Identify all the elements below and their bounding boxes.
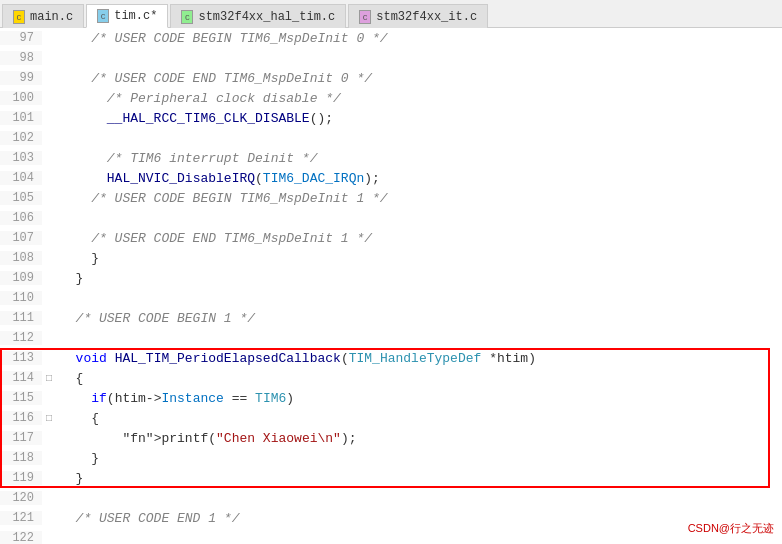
code-text: void HAL_TIM_PeriodElapsedCallback(TIM_H… <box>56 351 782 366</box>
line-number: 111 <box>0 311 42 325</box>
line-number: 120 <box>0 491 42 505</box>
line-number: 113 <box>0 351 42 365</box>
tab-bar: Cmain.cCtim.c*Cstm32f4xx_hal_tim.cCstm32… <box>0 0 782 28</box>
code-line: 104 HAL_NVIC_DisableIRQ(TIM6_DAC_IRQn); <box>0 168 782 188</box>
line-number: 103 <box>0 151 42 165</box>
tab-tim-c[interactable]: Ctim.c* <box>86 4 168 28</box>
line-number: 110 <box>0 291 42 305</box>
line-number: 115 <box>0 391 42 405</box>
code-line: 114□ { <box>0 368 782 388</box>
code-text: /* USER CODE END TIM6_MspDeInit 0 */ <box>56 71 782 86</box>
code-line: 113 void HAL_TIM_PeriodElapsedCallback(T… <box>0 348 782 368</box>
line-number: 101 <box>0 111 42 125</box>
code-line: 109 } <box>0 268 782 288</box>
code-text: "fn">printf("Chen Xiaowei\n"); <box>56 431 782 446</box>
line-number: 112 <box>0 331 42 345</box>
code-text: } <box>56 471 782 486</box>
line-number: 100 <box>0 91 42 105</box>
fold-gutter[interactable]: □ <box>42 373 56 384</box>
code-line: 97 /* USER CODE BEGIN TIM6_MspDeInit 0 *… <box>0 28 782 48</box>
tab-stm32f4xx-it[interactable]: Cstm32f4xx_it.c <box>348 4 488 28</box>
tab-label: tim.c* <box>114 9 157 23</box>
line-number: 117 <box>0 431 42 445</box>
line-number: 114 <box>0 371 42 385</box>
code-text: } <box>56 451 782 466</box>
watermark-text: CSDN@行之无迹 <box>688 521 774 536</box>
file-icon: C <box>181 10 193 24</box>
line-number: 106 <box>0 211 42 225</box>
code-line: 102 <box>0 128 782 148</box>
code-text: /* Peripheral clock disable */ <box>56 91 782 106</box>
code-text: /* TIM6 interrupt Deinit */ <box>56 151 782 166</box>
code-line: 103 /* TIM6 interrupt Deinit */ <box>0 148 782 168</box>
code-text: /* USER CODE END TIM6_MspDeInit 1 */ <box>56 231 782 246</box>
code-line: 110 <box>0 288 782 308</box>
line-number: 104 <box>0 171 42 185</box>
code-text: /* USER CODE BEGIN 1 */ <box>56 311 782 326</box>
line-number: 107 <box>0 231 42 245</box>
code-line: 118 } <box>0 448 782 468</box>
line-number: 118 <box>0 451 42 465</box>
code-text: HAL_NVIC_DisableIRQ(TIM6_DAC_IRQn); <box>56 171 782 186</box>
line-number: 121 <box>0 511 42 525</box>
code-text: /* USER CODE END 1 */ <box>56 511 782 526</box>
code-line: 116□ { <box>0 408 782 428</box>
tab-label: stm32f4xx_hal_tim.c <box>198 10 335 24</box>
code-text: /* USER CODE BEGIN TIM6_MspDeInit 0 */ <box>56 31 782 46</box>
code-text: } <box>56 271 782 286</box>
code-text: if(htim->Instance == TIM6) <box>56 391 782 406</box>
code-text: { <box>56 411 782 426</box>
code-line: 98 <box>0 48 782 68</box>
file-icon: C <box>359 10 371 24</box>
line-number: 122 <box>0 531 42 544</box>
line-number: 108 <box>0 251 42 265</box>
code-line: 101 __HAL_RCC_TIM6_CLK_DISABLE(); <box>0 108 782 128</box>
code-line: 120 <box>0 488 782 508</box>
line-number: 105 <box>0 191 42 205</box>
line-number: 102 <box>0 131 42 145</box>
code-text: } <box>56 251 782 266</box>
file-icon: C <box>13 10 25 24</box>
line-number: 116 <box>0 411 42 425</box>
code-line: 99 /* USER CODE END TIM6_MspDeInit 0 */ <box>0 68 782 88</box>
tab-stm32f4xx-hal-tim[interactable]: Cstm32f4xx_hal_tim.c <box>170 4 346 28</box>
tab-label: stm32f4xx_it.c <box>376 10 477 24</box>
line-number: 99 <box>0 71 42 85</box>
tab-label: main.c <box>30 10 73 24</box>
line-number: 119 <box>0 471 42 485</box>
fold-gutter[interactable]: □ <box>42 413 56 424</box>
code-line: 100 /* Peripheral clock disable */ <box>0 88 782 108</box>
line-number: 98 <box>0 51 42 65</box>
code-line: 111 /* USER CODE BEGIN 1 */ <box>0 308 782 328</box>
code-text: /* USER CODE BEGIN TIM6_MspDeInit 1 */ <box>56 191 782 206</box>
code-line: 122 <box>0 528 782 544</box>
code-text: { <box>56 371 782 386</box>
code-text: __HAL_RCC_TIM6_CLK_DISABLE(); <box>56 111 782 126</box>
code-line: 108 } <box>0 248 782 268</box>
line-number: 109 <box>0 271 42 285</box>
line-number: 97 <box>0 31 42 45</box>
code-line: 112 <box>0 328 782 348</box>
code-line: 106 <box>0 208 782 228</box>
code-line: 105 /* USER CODE BEGIN TIM6_MspDeInit 1 … <box>0 188 782 208</box>
code-line: 119 } <box>0 468 782 488</box>
tab-main-c[interactable]: Cmain.c <box>2 4 84 28</box>
code-line: 115 if(htim->Instance == TIM6) <box>0 388 782 408</box>
code-line: 121 /* USER CODE END 1 */ <box>0 508 782 528</box>
file-icon: C <box>97 9 109 23</box>
code-area: 97 /* USER CODE BEGIN TIM6_MspDeInit 0 *… <box>0 28 782 544</box>
code-line: 107 /* USER CODE END TIM6_MspDeInit 1 */ <box>0 228 782 248</box>
code-line: 117 "fn">printf("Chen Xiaowei\n"); <box>0 428 782 448</box>
